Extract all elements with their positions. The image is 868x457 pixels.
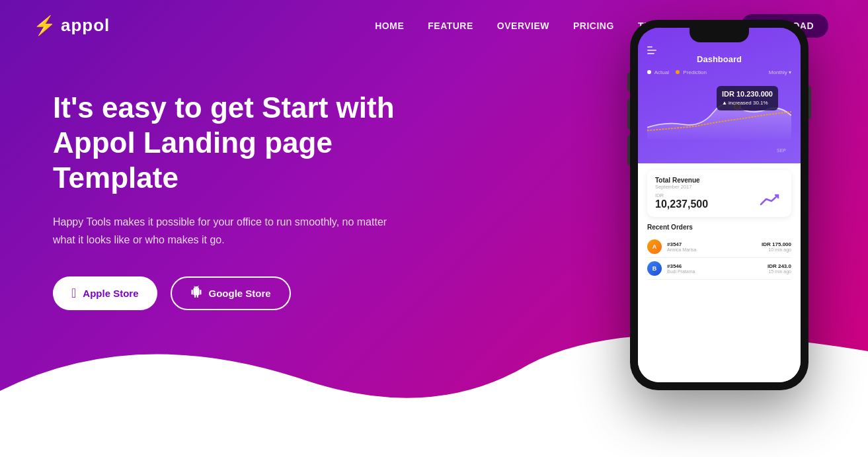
legend-actual-dot (647, 70, 651, 74)
order-item-2: B #3546 Budi Pratama IDR 243.0 15 min ag… (647, 258, 791, 280)
hero-title: It's easy to get Start with Appol Landin… (53, 91, 450, 195)
apple-store-label: Apple Store (83, 288, 138, 299)
order-item-1: A #3547 Annica Marisa IDR 175.000 10 min… (647, 236, 791, 258)
logo[interactable]: ⚡ appol (33, 15, 110, 36)
chart-tooltip: IDR 10.230.000 ▲ increased 30.1% (717, 86, 778, 110)
chart-x-label: SEP (647, 148, 791, 153)
phone-screen: Dashboard Actual Prediction Monthly ▾ (638, 28, 801, 382)
revenue-card-left: Total Revenue September 2017 IDR 10,237,… (655, 177, 754, 210)
cta-buttons:  Apple Store Google Store (53, 276, 450, 310)
order-amount-2: IDR 243.0 (768, 263, 791, 269)
revenue-period: September 2017 (655, 184, 754, 190)
android-icon (190, 286, 202, 301)
logo-text: appol (61, 15, 110, 36)
revenue-title: Total Revenue (655, 177, 754, 184)
order-amount-info-1: IDR 175.000 10 min ago (762, 241, 791, 252)
hamburger-icon (647, 46, 656, 54)
revenue-card: Total Revenue September 2017 IDR 10,237,… (647, 170, 791, 217)
order-amount-info-2: IDR 243.0 15 min ago (768, 263, 791, 274)
google-store-label: Google Store (209, 288, 271, 299)
revenue-trend-icon (760, 191, 783, 210)
chart-legend: Actual Prediction Monthly ▾ (647, 69, 791, 75)
phone-mute-button (627, 73, 630, 91)
logo-bolt-icon: ⚡ (33, 15, 57, 36)
hero-content: It's easy to get Start with Appol Landin… (0, 51, 450, 310)
phone-volume-down-button (627, 136, 630, 165)
chart-area: IDR 10.230.000 ▲ increased 30.1% (647, 79, 791, 145)
legend-prediction: Prediction (676, 69, 707, 75)
apple-store-button[interactable]:  Apple Store (53, 276, 157, 310)
order-avatar-2: B (647, 261, 662, 276)
phone-dashboard: Dashboard Actual Prediction Monthly ▾ (638, 28, 801, 163)
legend-actual: Actual (647, 69, 669, 75)
order-time-1: 10 min ago (762, 247, 791, 252)
google-store-button[interactable]: Google Store (171, 276, 291, 310)
legend-prediction-dot (676, 70, 680, 74)
order-id-1: #3547 (667, 241, 762, 247)
nav-feature[interactable]: FEATURE (428, 21, 473, 31)
revenue-amount: 10,237,500 (655, 198, 754, 210)
revenue-idr-label: IDR (655, 192, 754, 198)
nav-overview[interactable]: OVERVIEW (497, 21, 549, 31)
phone-volume-up-button (627, 99, 630, 129)
order-info-2: #3546 Budi Pratama (667, 263, 768, 274)
phone-outer: Dashboard Actual Prediction Monthly ▾ (630, 20, 809, 390)
nav-pricing[interactable]: PRICING (573, 21, 614, 31)
orders-title: Recent Orders (647, 224, 791, 231)
legend-monthly: Monthly ▾ (769, 69, 791, 75)
phone-notch (690, 28, 749, 42)
order-id-2: #3546 (667, 263, 768, 269)
order-time-2: 15 min ago (768, 269, 791, 274)
hero-section: ⚡ appol HOME FEATURE OVERVIEW PRICING TE… (0, 0, 868, 457)
apple-icon:  (71, 286, 76, 301)
phone-white-area: Total Revenue September 2017 IDR 10,237,… (638, 163, 801, 382)
phone-mockup: Dashboard Actual Prediction Monthly ▾ (630, 20, 815, 403)
order-info-1: #3547 Annica Marisa (667, 241, 762, 252)
dashboard-title: Dashboard (647, 54, 791, 64)
phone-power-button (809, 86, 811, 119)
order-name-1: Annica Marisa (667, 247, 762, 252)
order-amount-1: IDR 175.000 (762, 241, 791, 247)
order-avatar-1: A (647, 239, 662, 254)
recent-orders: Recent Orders A #3547 Annica Marisa IDR … (647, 224, 791, 280)
hero-subtitle: Happy Tools makes it possible for your o… (53, 214, 403, 249)
nav-home[interactable]: HOME (375, 21, 404, 31)
order-name-2: Budi Pratama (667, 269, 768, 274)
